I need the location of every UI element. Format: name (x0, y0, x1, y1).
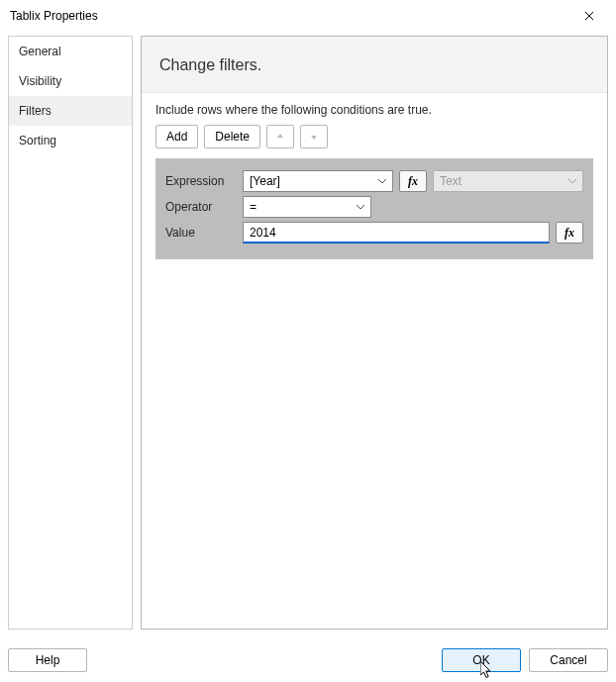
content-heading: Change filters. (142, 37, 607, 93)
delete-button[interactable]: Delete (204, 125, 260, 148)
expression-dropdown[interactable]: [Year] (243, 170, 393, 192)
value-label: Value (165, 226, 237, 240)
close-icon (584, 11, 594, 21)
ok-button[interactable]: OK (442, 648, 521, 672)
filter-panel: Expression [Year] fx Text Operator = (155, 158, 593, 259)
sidebar: General Visibility Filters Sorting (8, 36, 133, 630)
expression-row: Expression [Year] fx Text (165, 170, 583, 192)
arrow-down-icon (309, 132, 319, 142)
ok-label: OK (472, 653, 489, 667)
value-fx-button[interactable]: fx (556, 222, 583, 244)
value-input[interactable] (243, 222, 550, 244)
cancel-button[interactable]: Cancel (529, 648, 608, 672)
close-button[interactable] (568, 2, 610, 30)
instruction-text: Include rows where the following conditi… (155, 103, 593, 117)
filter-toolbar: Add Delete (155, 125, 593, 148)
expression-fx-button[interactable]: fx (399, 170, 427, 192)
sidebar-item-visibility[interactable]: Visibility (9, 66, 132, 96)
value-row: Value fx (165, 222, 583, 244)
operator-label: Operator (165, 200, 237, 214)
window-title: Tablix Properties (10, 9, 98, 23)
content-body: Include rows where the following conditi… (142, 93, 607, 269)
dialog-footer: Help OK Cancel (0, 638, 616, 682)
operator-dropdown[interactable]: = (243, 196, 371, 218)
chevron-down-icon (566, 175, 578, 187)
arrow-up-icon (275, 132, 285, 142)
type-dropdown[interactable]: Text (433, 170, 583, 192)
type-value: Text (440, 174, 462, 188)
move-up-button[interactable] (266, 125, 294, 148)
sidebar-item-sorting[interactable]: Sorting (9, 126, 132, 155)
add-button[interactable]: Add (155, 125, 198, 148)
sidebar-item-general[interactable]: General (9, 37, 132, 66)
move-down-button[interactable] (300, 125, 328, 148)
dialog-body: General Visibility Filters Sorting Chang… (0, 32, 616, 630)
expression-value: [Year] (250, 174, 280, 188)
sidebar-item-filters[interactable]: Filters (9, 96, 132, 126)
operator-value: = (250, 200, 257, 214)
help-button[interactable]: Help (8, 648, 87, 672)
content-panel: Change filters. Include rows where the f… (141, 36, 608, 630)
chevron-down-icon (355, 201, 366, 213)
expression-label: Expression (165, 174, 237, 188)
chevron-down-icon (376, 175, 388, 187)
operator-row: Operator = (165, 196, 583, 218)
title-bar: Tablix Properties (0, 0, 616, 32)
